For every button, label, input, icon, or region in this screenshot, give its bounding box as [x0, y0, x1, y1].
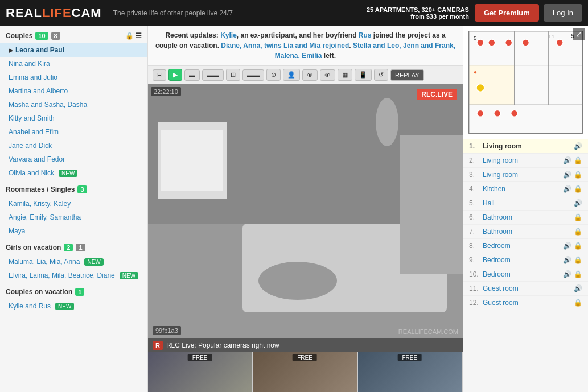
- toolbar-btn-h[interactable]: H: [153, 69, 166, 81]
- couples-section-header: Couples 10 8 🔒 ☰: [0, 28, 147, 43]
- video-watermark: REALLIFECAM.COM: [398, 328, 458, 335]
- sound-icon: 🔊: [563, 270, 571, 278]
- room-kitchen[interactable]: 4. Kitchen 🔊 🔒: [463, 182, 588, 196]
- toolbar-btn-mobile[interactable]: 📱: [355, 69, 372, 81]
- girls-vacation-count-green: 2: [64, 244, 73, 251]
- couple-emma-julio[interactable]: Emma and Julio: [0, 71, 147, 84]
- svg-point-12: [505, 39, 512, 46]
- sound-icon: 🔊: [563, 156, 571, 164]
- room-bathroom-7[interactable]: 7. Bathroom 🔒: [463, 225, 588, 239]
- room-guest-11[interactable]: 11. Guest room 🔊: [463, 282, 588, 296]
- girls-elvira[interactable]: Elvira, Laima, Mila, Beatrice, Diane NEW: [0, 269, 147, 282]
- room-bedroom-9[interactable]: 9. Bedroom 🔊 🔒: [463, 253, 588, 267]
- couple-masha-sasha[interactable]: Masha and Sasha, Dasha: [0, 98, 147, 112]
- section-icon-couples: 🔒 ☰: [125, 32, 142, 40]
- lock-icon: 🔒: [574, 270, 582, 278]
- room-list: 1. Living room 🔊 2. Living room 🔊 🔒 3. L…: [463, 139, 588, 310]
- room-name: Guest room: [483, 284, 571, 292]
- couples-count-green: 10: [35, 32, 48, 40]
- room-guest-12[interactable]: 12. Guest room 🔒: [463, 296, 588, 310]
- toolbar-btn-circle[interactable]: ⊙: [266, 69, 281, 81]
- cam-free-badge-1: FREE: [188, 354, 212, 361]
- room-name: Living room: [483, 156, 561, 164]
- girls-vacation-count-gray: 1: [76, 244, 85, 251]
- roommates-count: 3: [77, 185, 87, 193]
- toolbar-btn-refresh[interactable]: ↺: [374, 69, 388, 81]
- new-badge: NEW: [59, 170, 77, 177]
- room-num: 12.: [469, 299, 480, 307]
- bottom-strip-header: R RLC Live: Popular cameras right now: [148, 338, 463, 352]
- cam-free-badge-3: FREE: [397, 354, 422, 361]
- girls-name: Maluma, Lia, Mia, Anna: [9, 258, 80, 266]
- roommates-maya[interactable]: Maya: [0, 224, 147, 238]
- camera-rug: [258, 262, 337, 300]
- room-hall[interactable]: 5. Hall 🔊: [463, 196, 588, 211]
- room-bedroom-8[interactable]: 8. Bedroom 🔊 🔒: [463, 239, 588, 253]
- new-badge: NEW: [84, 258, 103, 266]
- room-living-1[interactable]: 1. Living room 🔊: [463, 139, 588, 154]
- couple-name: Olivia and Nick: [9, 169, 54, 177]
- couples-vacation-label: Couples on vacation: [6, 288, 72, 296]
- toolbar-btn-1cam[interactable]: ▬: [184, 69, 200, 81]
- couples-label: Couples: [6, 32, 32, 40]
- toolbar-btn-replay[interactable]: REPLAY: [390, 69, 424, 81]
- toolbar-btn-4cam[interactable]: ⊞: [226, 69, 240, 81]
- couple-martina-alberto[interactable]: Martina and Alberto: [0, 84, 147, 98]
- login-button[interactable]: Log In: [544, 4, 582, 22]
- room-living-3[interactable]: 3. Living room 🔊 🔒: [463, 168, 588, 182]
- svg-point-14: [556, 39, 563, 46]
- couple-kylie-rus[interactable]: Kylie and Rus NEW: [0, 299, 147, 313]
- toolbar-btn-play[interactable]: ▶: [168, 69, 182, 81]
- couple-jane-dick[interactable]: Jane and Dick: [0, 139, 147, 152]
- sound-icon: 🔊: [574, 142, 582, 150]
- toolbar-btn-2cam[interactable]: ▬▬: [202, 69, 224, 81]
- roommates-label: Roommates / Singles: [6, 185, 75, 193]
- room-num: 9.: [469, 256, 480, 264]
- couple-nina-kira[interactable]: Nina and Kira: [0, 57, 147, 71]
- svg-point-17: [494, 110, 501, 117]
- room-living-2[interactable]: 2. Living room 🔊 🔒: [463, 154, 588, 168]
- couple-name: Jane and Dick: [9, 142, 52, 150]
- room-num: 6.: [469, 213, 480, 221]
- sound-icon: 🔊: [563, 242, 571, 250]
- svg-point-13: [523, 39, 529, 46]
- girls-maluma[interactable]: Maluma, Lia, Mia, Anna NEW: [0, 255, 147, 269]
- announcement-text: Recent updates: Kylie, an ex-participant…: [155, 31, 455, 60]
- room-num: 3.: [469, 171, 480, 179]
- apartments-count: 25 APARTMENTS, 320+ CAMERAS: [367, 6, 469, 13]
- cam-thumb-3[interactable]: FREE: [358, 352, 463, 392]
- toolbar-btn-grid[interactable]: ▦: [338, 69, 352, 81]
- cam-thumb-1[interactable]: FREE: [148, 352, 253, 392]
- roommate-name: Kamila, Kristy, Kaley: [9, 200, 71, 208]
- couple-name: Leora and Paul: [15, 46, 64, 54]
- couple-name: Varvara and Fedor: [9, 155, 65, 163]
- toolbar-btn-person[interactable]: 👤: [283, 69, 300, 81]
- toolbar: H ▶ ▬ ▬▬ ⊞ ▬▬ ⊙ 👤 👁 👁 ▦ 📱 ↺ REPLAY: [148, 66, 463, 84]
- camera-kitchen: [400, 135, 463, 274]
- roommates-kamila[interactable]: Kamila, Kristy, Kaley: [0, 197, 147, 211]
- tagline: The private life of other people live 24…: [113, 9, 367, 17]
- room-name: Living room: [483, 171, 561, 179]
- toolbar-btn-wide[interactable]: ▬▬: [242, 69, 264, 81]
- couple-leora-paul[interactable]: ▶ Leora and Paul: [0, 43, 147, 57]
- expand-button[interactable]: ⤢: [573, 28, 585, 40]
- room-bathroom-6[interactable]: 6. Bathroom 🔒: [463, 211, 588, 225]
- premium-button[interactable]: Get Premium: [475, 4, 539, 22]
- couple-kitty-smith[interactable]: Kitty and Smith: [0, 112, 147, 125]
- couple-varvara-fedor[interactable]: Varvara and Fedor: [0, 152, 147, 166]
- toolbar-btn-eye2[interactable]: 👁: [320, 69, 335, 81]
- room-name: Bathroom: [483, 228, 571, 236]
- cam-thumb-2[interactable]: FREE: [253, 352, 357, 392]
- main-layout: Couples 10 8 🔒 ☰ ▶ Leora and Paul Nina a…: [0, 26, 588, 392]
- girls-vacation-section-header: Girls on vacation 2 1: [0, 240, 147, 255]
- couples-vacation-section-header: Couples on vacation 1: [0, 284, 147, 299]
- couple-anabel-efim[interactable]: Anabel and Efim: [0, 125, 147, 139]
- svg-rect-2: [515, 31, 549, 65]
- sidebar: Couples 10 8 🔒 ☰ ▶ Leora and Paul Nina a…: [0, 26, 148, 392]
- room-bedroom-10[interactable]: 10. Bedroom 🔊 🔒: [463, 267, 588, 282]
- couple-olivia-nick[interactable]: Olivia and Nick NEW: [0, 166, 147, 180]
- toolbar-btn-eye1[interactable]: 👁: [302, 69, 318, 81]
- roommates-angie[interactable]: Angie, Emily, Samantha: [0, 211, 147, 224]
- room-num: 2.: [469, 156, 480, 164]
- lock-icon: 🔒: [574, 185, 582, 193]
